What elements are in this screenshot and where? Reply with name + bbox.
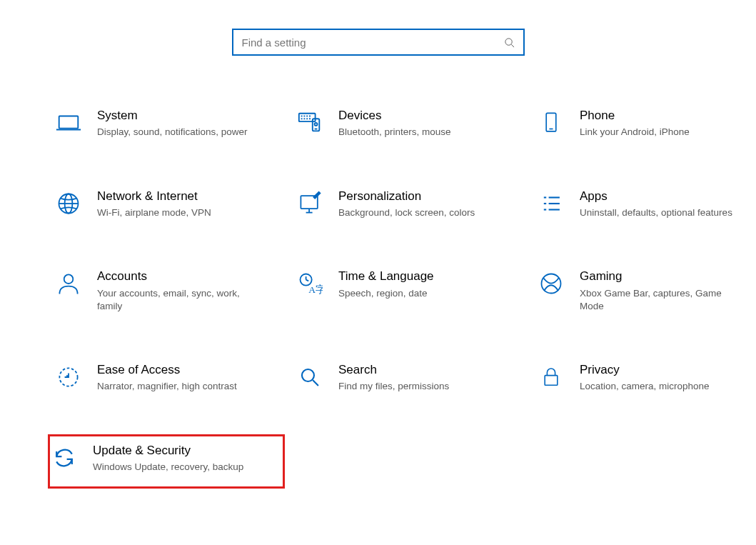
tile-title: Personalization <box>338 189 500 204</box>
tile-update-security[interactable]: Update & Security Windows Update, recove… <box>50 436 283 487</box>
tile-title: Phone <box>580 109 741 123</box>
update-security-icon <box>50 444 79 472</box>
tile-title: Time & Language <box>338 269 500 284</box>
tile-title: Network & Internet <box>97 189 258 204</box>
settings-grid: System Display, sound, notifications, po… <box>0 106 756 486</box>
tile-system[interactable]: System Display, sound, notifications, po… <box>54 106 283 142</box>
tile-title: System <box>97 109 258 123</box>
svg-point-37 <box>302 369 314 381</box>
svg-point-0 <box>505 38 512 44</box>
search-row <box>0 29 756 56</box>
tile-title: Apps <box>580 189 741 204</box>
tile-title: Update & Security <box>93 444 258 458</box>
tile-ease-of-access[interactable]: Ease of Access Narrator, magnifier, high… <box>54 360 283 396</box>
gaming-icon <box>537 269 565 298</box>
tile-devices[interactable]: Devices Bluetooth, printers, mouse <box>296 106 524 142</box>
tile-subtitle: Your accounts, email, sync, work, family <box>97 287 258 313</box>
tile-phone[interactable]: Phone Link your Android, iPhone <box>537 106 756 142</box>
tile-subtitle: Link your Android, iPhone <box>580 126 741 139</box>
tile-subtitle: Find my files, permissions <box>338 380 500 393</box>
privacy-icon <box>537 363 565 391</box>
svg-point-30 <box>64 275 74 284</box>
tile-subtitle: Windows Update, recovery, backup <box>93 461 258 474</box>
search-input[interactable] <box>241 36 503 49</box>
personalization-icon <box>296 189 324 218</box>
tile-gaming[interactable]: Gaming Xbox Game Bar, captures, Game Mod… <box>537 266 756 316</box>
apps-icon <box>537 189 565 218</box>
tile-title: Privacy <box>580 363 741 377</box>
tile-subtitle: Background, lock screen, colors <box>338 206 500 219</box>
tile-personalization[interactable]: Personalization Background, lock screen,… <box>296 186 524 223</box>
tile-title: Accounts <box>97 269 258 284</box>
search-box[interactable] <box>232 29 525 56</box>
tile-time-language[interactable]: A字 Time & Language Speech, region, date <box>296 266 524 316</box>
svg-rect-39 <box>545 376 558 386</box>
tile-subtitle: Xbox Game Bar, captures, Game Mode <box>580 287 741 313</box>
svg-line-1 <box>511 44 514 47</box>
tile-subtitle: Display, sound, notifications, power <box>97 126 258 139</box>
search-icon <box>503 36 516 49</box>
tile-title: Gaming <box>580 269 741 284</box>
phone-icon <box>537 109 565 137</box>
tile-search[interactable]: Search Find my files, permissions <box>296 360 524 396</box>
tile-title: Ease of Access <box>97 363 258 377</box>
accounts-icon <box>54 269 83 298</box>
svg-line-38 <box>313 380 318 386</box>
tile-subtitle: Bluetooth, printers, mouse <box>338 126 500 139</box>
svg-text:A字: A字 <box>308 284 323 295</box>
tile-subtitle: Wi-Fi, airplane mode, VPN <box>97 206 258 219</box>
devices-icon <box>296 109 324 137</box>
tile-apps[interactable]: Apps Uninstall, defaults, optional featu… <box>537 186 756 223</box>
tile-title: Devices <box>338 109 500 123</box>
tile-subtitle: Uninstall, defaults, optional features <box>580 206 741 219</box>
svg-line-33 <box>306 280 309 281</box>
system-icon <box>54 109 83 137</box>
tile-subtitle: Narrator, magnifier, high contrast <box>97 380 258 393</box>
network-icon <box>54 189 83 218</box>
svg-rect-2 <box>59 116 79 129</box>
tile-accounts[interactable]: Accounts Your accounts, email, sync, wor… <box>54 266 283 316</box>
search-category-icon <box>296 363 324 391</box>
svg-point-14 <box>315 123 318 126</box>
tile-network[interactable]: Network & Internet Wi-Fi, airplane mode,… <box>54 186 283 223</box>
time-language-icon: A字 <box>296 269 324 298</box>
tile-privacy[interactable]: Privacy Location, camera, microphone <box>537 360 756 396</box>
tile-subtitle: Location, camera, microphone <box>580 380 741 393</box>
tile-title: Search <box>338 363 500 377</box>
tile-subtitle: Speech, region, date <box>338 287 500 300</box>
ease-of-access-icon <box>54 363 83 391</box>
